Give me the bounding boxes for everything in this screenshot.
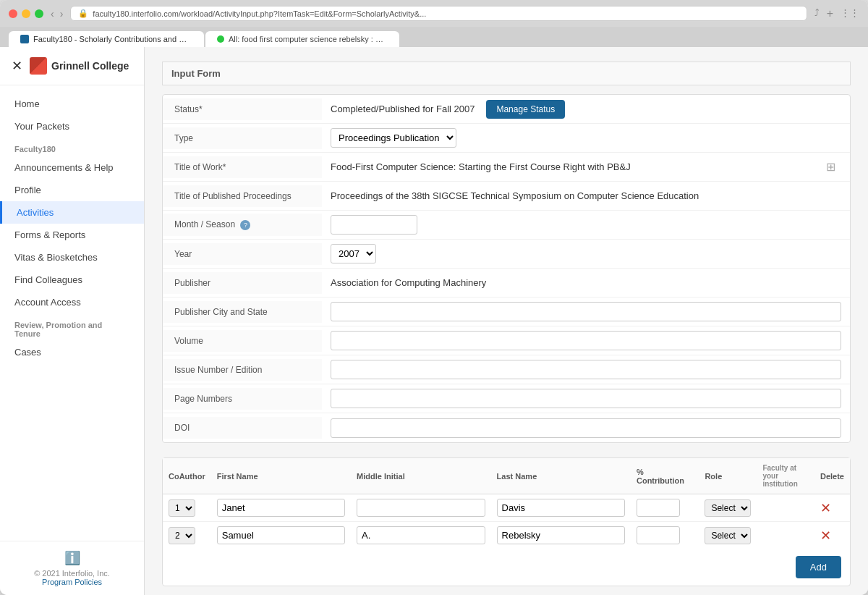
title-of-work-label: Title of Work* — [163, 156, 322, 178]
year-select[interactable]: 2007 — [331, 244, 376, 263]
manage-status-button[interactable]: Manage Status — [486, 100, 565, 119]
coauthor-middle-input-2[interactable] — [357, 526, 485, 544]
share-icon[interactable]: ⤴ — [814, 7, 820, 20]
coauthor-middle-input-1[interactable] — [357, 499, 485, 517]
maximize-window-button[interactable] — [35, 9, 43, 18]
grid-icon[interactable]: ⋮⋮ — [841, 7, 859, 20]
year-row: Year 2007 — [163, 240, 850, 269]
table-row: 1 — [163, 494, 850, 522]
program-policies-link[interactable]: Program Policies — [42, 578, 102, 586]
sidebar-item-forms-reports[interactable]: Forms & Reports — [0, 224, 144, 246]
sidebar-section-review: Review, Promotion and Tenure — [0, 313, 144, 341]
publisher-city-label: Publisher City and State — [163, 301, 322, 323]
url-text: faculty180.interfolio.com/workload/Activ… — [93, 9, 426, 18]
page-numbers-input[interactable] — [331, 389, 841, 408]
doi-input[interactable] — [331, 418, 841, 438]
browser-right-controls: ⤴ + ⋮⋮ — [814, 7, 859, 20]
lock-icon: 🔒 — [78, 9, 88, 18]
url-bar[interactable]: 🔒 faculty180.interfolio.com/workload/Act… — [70, 6, 807, 21]
coauthor-num-cell-2: 2 — [163, 522, 211, 549]
coauthor-contribution-input-2[interactable] — [637, 526, 680, 544]
coauthor-table-header: CoAuthor First Name Middle Initial Last … — [163, 458, 850, 494]
sidebar-item-home[interactable]: Home — [0, 93, 144, 115]
coauthor-section: CoAuthor First Name Middle Initial Last … — [162, 457, 851, 586]
type-row: Type Proceedings Publication — [163, 124, 850, 153]
form-container: Input Form Status* Completed/Published f… — [145, 47, 868, 595]
coauthor-role-select-1[interactable]: Select — [705, 499, 751, 517]
title-proceedings-label: Title of Published Proceedings — [163, 185, 322, 207]
coauthor-firstname-input-2[interactable] — [217, 526, 345, 544]
coauthor-middle-cell-1 — [351, 494, 491, 522]
coauthor-firstname-input-1[interactable] — [217, 499, 345, 517]
coauthor-num-select-1[interactable]: 1 — [169, 499, 195, 517]
coauthor-lastname-cell-2 — [491, 522, 631, 549]
publisher-field: Association for Computing Machinery — [322, 273, 850, 292]
sidebar-item-cases[interactable]: Cases — [0, 341, 144, 363]
sidebar-item-vitas-biosketches[interactable]: Vitas & Biosketches — [0, 246, 144, 269]
close-window-button[interactable] — [9, 9, 17, 18]
coauthor-header-last: Last Name — [491, 458, 631, 494]
tab-faculty180[interactable]: Faculty180 - Scholarly Contributions and… — [9, 31, 204, 47]
sidebar-item-activities[interactable]: Activities — [0, 201, 144, 224]
coauthor-delete-button-1[interactable]: ✕ — [820, 500, 831, 516]
status-label: Status* — [163, 98, 322, 120]
month-season-field — [322, 211, 850, 239]
coauthor-lastname-input-2[interactable] — [497, 526, 625, 544]
info-icon: ℹ️ — [12, 550, 132, 566]
doi-field — [322, 414, 850, 442]
sidebar-section-faculty180: Faculty180 — [0, 138, 144, 156]
volume-input[interactable] — [331, 331, 841, 350]
month-season-input[interactable] — [331, 215, 417, 235]
coauthor-header-contribution: % Contribution — [631, 458, 699, 494]
coauthor-lastname-input-1[interactable] — [497, 499, 625, 517]
sidebar-item-find-colleagues[interactable]: Find Colleagues — [0, 269, 144, 291]
sidebar-item-announcements[interactable]: Announcements & Help — [0, 156, 144, 179]
close-sidebar-button[interactable]: ✕ — [12, 58, 22, 74]
sidebar-item-profile[interactable]: Profile — [0, 179, 144, 201]
publisher-city-input[interactable] — [331, 302, 841, 321]
coauthor-role-select-2[interactable]: Select — [705, 527, 751, 544]
tab-search[interactable]: All: food first computer science rebelsk… — [205, 31, 399, 47]
sidebar: ✕ Grinnell College Home Your Packets Fac… — [0, 47, 145, 595]
title-proceedings-value: Proceedings of the 38th SIGCSE Technical… — [331, 190, 699, 201]
sidebar-nav: Home Your Packets Faculty180 Announcemen… — [0, 85, 144, 541]
month-help-icon[interactable]: ? — [240, 220, 250, 230]
coauthor-delete-cell-1: ✕ — [814, 494, 850, 522]
coauthor-header-num: CoAuthor — [163, 458, 211, 494]
add-coauthor-row: Add — [163, 549, 850, 586]
page-numbers-label: Page Numbers — [163, 388, 322, 410]
coauthor-delete-button-2[interactable]: ✕ — [820, 528, 831, 544]
title-proceedings-row: Title of Published Proceedings Proceedin… — [163, 182, 850, 211]
issue-input[interactable] — [331, 360, 841, 379]
forward-icon[interactable]: › — [60, 8, 64, 20]
coauthor-contribution-cell-2 — [631, 522, 699, 549]
type-field: Proceedings Publication — [322, 124, 850, 152]
title-proceedings-field: Proceedings of the 38th SIGCSE Technical… — [322, 186, 850, 206]
footer-year: © 2021 Interfolio, Inc. — [12, 569, 132, 578]
type-select[interactable]: Proceedings Publication — [331, 128, 456, 148]
publisher-value: Association for Computing Machinery — [331, 277, 486, 288]
minimize-window-button[interactable] — [22, 9, 30, 18]
coauthor-delete-cell-2: ✕ — [814, 522, 850, 549]
tab-favicon-1 — [20, 35, 29, 43]
doi-row: DOI — [163, 413, 850, 442]
browser-window: ‹ › 🔒 faculty180.interfolio.com/workload… — [0, 0, 868, 595]
publisher-city-field — [322, 298, 850, 326]
sidebar-item-your-packets[interactable]: Your Packets — [0, 115, 144, 138]
coauthor-num-select-2[interactable]: 2 — [169, 527, 195, 544]
section-title: Input Form — [171, 68, 221, 79]
traffic-lights — [9, 9, 43, 18]
page-numbers-row: Page Numbers — [163, 384, 850, 413]
sidebar-header: ✕ Grinnell College — [0, 47, 144, 85]
coauthor-contribution-input-1[interactable] — [637, 499, 680, 517]
add-tab-icon[interactable]: + — [827, 7, 833, 20]
add-coauthor-button[interactable]: Add — [796, 556, 841, 578]
publisher-city-row: Publisher City and State — [163, 298, 850, 326]
back-icon[interactable]: ‹ — [51, 8, 54, 20]
month-season-label: Month / Season ? — [163, 214, 322, 236]
coauthor-header-role: Role — [699, 458, 757, 494]
coauthor-lastname-cell-1 — [491, 494, 631, 522]
expand-icon[interactable]: ⊞ — [826, 160, 835, 174]
issue-field — [322, 355, 850, 384]
sidebar-item-account-access[interactable]: Account Access — [0, 291, 144, 313]
